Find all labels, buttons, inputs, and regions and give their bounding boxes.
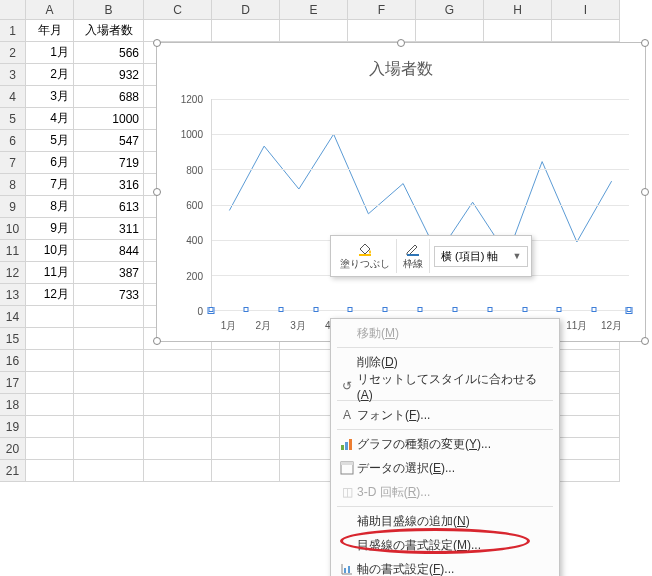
cell[interactable] bbox=[26, 372, 74, 394]
menu-add-minor-gridlines[interactable]: 補助目盛線の追加(N) bbox=[331, 509, 559, 533]
cell[interactable]: 566 bbox=[74, 42, 144, 64]
cell[interactable]: 9月 bbox=[26, 218, 74, 240]
outline-button[interactable]: 枠線 bbox=[397, 239, 430, 273]
cell[interactable] bbox=[26, 416, 74, 438]
cell[interactable] bbox=[552, 394, 620, 416]
menu-format-axis[interactable]: 軸の書式設定(F)... bbox=[331, 557, 559, 576]
cell[interactable] bbox=[74, 460, 144, 482]
cell[interactable]: 11月 bbox=[26, 262, 74, 284]
cell[interactable]: 311 bbox=[74, 218, 144, 240]
cell[interactable]: 2月 bbox=[26, 64, 74, 86]
cell[interactable] bbox=[212, 460, 280, 482]
row-header-16[interactable]: 16 bbox=[0, 350, 26, 372]
chart-title[interactable]: 入場者数 bbox=[157, 43, 645, 88]
cell[interactable] bbox=[74, 306, 144, 328]
row-header-5[interactable]: 5 bbox=[0, 108, 26, 130]
cell[interactable] bbox=[26, 306, 74, 328]
cell[interactable] bbox=[552, 438, 620, 460]
cell[interactable] bbox=[552, 350, 620, 372]
row-header-18[interactable]: 18 bbox=[0, 394, 26, 416]
cell[interactable]: 316 bbox=[74, 174, 144, 196]
cell[interactable] bbox=[212, 20, 280, 42]
cell[interactable]: 6月 bbox=[26, 152, 74, 174]
col-header-I[interactable]: I bbox=[552, 0, 620, 20]
row-header-11[interactable]: 11 bbox=[0, 240, 26, 262]
cell[interactable] bbox=[74, 438, 144, 460]
embedded-chart[interactable]: 入場者数 020040060080010001200 1月2月3月4月5月6月7… bbox=[156, 42, 646, 342]
cell[interactable] bbox=[348, 20, 416, 42]
cell[interactable] bbox=[144, 416, 212, 438]
menu-font[interactable]: Aフォント(F)... bbox=[331, 403, 559, 427]
cell[interactable]: 年月 bbox=[26, 20, 74, 42]
row-header-19[interactable]: 19 bbox=[0, 416, 26, 438]
cell[interactable] bbox=[484, 20, 552, 42]
cell[interactable] bbox=[280, 20, 348, 42]
col-header-E[interactable]: E bbox=[280, 0, 348, 20]
cell[interactable]: 844 bbox=[74, 240, 144, 262]
chart-plot-area[interactable] bbox=[211, 99, 629, 311]
col-header-F[interactable]: F bbox=[348, 0, 416, 20]
cell[interactable] bbox=[26, 438, 74, 460]
cell[interactable] bbox=[212, 394, 280, 416]
cell[interactable]: 387 bbox=[74, 262, 144, 284]
cell[interactable] bbox=[144, 394, 212, 416]
fill-button[interactable]: 塗りつぶし bbox=[334, 239, 397, 273]
cell[interactable]: 3月 bbox=[26, 86, 74, 108]
row-header-4[interactable]: 4 bbox=[0, 86, 26, 108]
row-header-12[interactable]: 12 bbox=[0, 262, 26, 284]
cell[interactable] bbox=[26, 350, 74, 372]
row-header-6[interactable]: 6 bbox=[0, 130, 26, 152]
cell[interactable]: 1000 bbox=[74, 108, 144, 130]
row-header-15[interactable]: 15 bbox=[0, 328, 26, 350]
row-header-21[interactable]: 21 bbox=[0, 460, 26, 482]
cell[interactable]: 8月 bbox=[26, 196, 74, 218]
cell[interactable] bbox=[74, 416, 144, 438]
cell[interactable] bbox=[552, 372, 620, 394]
row-header-10[interactable]: 10 bbox=[0, 218, 26, 240]
cell[interactable]: 688 bbox=[74, 86, 144, 108]
cell[interactable] bbox=[74, 328, 144, 350]
cell[interactable] bbox=[74, 372, 144, 394]
select-all-cell[interactable] bbox=[0, 0, 26, 20]
cell[interactable]: 547 bbox=[74, 130, 144, 152]
cell[interactable] bbox=[552, 20, 620, 42]
col-header-H[interactable]: H bbox=[484, 0, 552, 20]
cell[interactable] bbox=[552, 416, 620, 438]
menu-select-data[interactable]: データの選択(E)... bbox=[331, 456, 559, 480]
menu-format-gridlines[interactable]: 目盛線の書式設定(M)... bbox=[331, 533, 559, 557]
cell[interactable]: 1月 bbox=[26, 42, 74, 64]
cell[interactable] bbox=[212, 350, 280, 372]
chart-element-selector[interactable]: 横 (項目) 軸 ▼ bbox=[434, 246, 528, 267]
cell[interactable] bbox=[552, 460, 620, 482]
menu-change-chart-type[interactable]: グラフの種類の変更(Y)... bbox=[331, 432, 559, 456]
cell[interactable] bbox=[212, 416, 280, 438]
row-header-17[interactable]: 17 bbox=[0, 372, 26, 394]
cell[interactable]: 733 bbox=[74, 284, 144, 306]
cell[interactable] bbox=[26, 328, 74, 350]
row-header-9[interactable]: 9 bbox=[0, 196, 26, 218]
cell[interactable] bbox=[26, 460, 74, 482]
cell[interactable] bbox=[144, 438, 212, 460]
cell[interactable] bbox=[74, 394, 144, 416]
cell[interactable] bbox=[74, 350, 144, 372]
row-header-13[interactable]: 13 bbox=[0, 284, 26, 306]
cell[interactable] bbox=[144, 460, 212, 482]
col-header-A[interactable]: A bbox=[26, 0, 74, 20]
cell[interactable]: 入場者数 bbox=[74, 20, 144, 42]
cell[interactable]: 10月 bbox=[26, 240, 74, 262]
row-header-3[interactable]: 3 bbox=[0, 64, 26, 86]
row-header-20[interactable]: 20 bbox=[0, 438, 26, 460]
cell[interactable] bbox=[212, 372, 280, 394]
cell[interactable]: 5月 bbox=[26, 130, 74, 152]
cell[interactable]: 613 bbox=[74, 196, 144, 218]
cell[interactable] bbox=[144, 372, 212, 394]
col-header-C[interactable]: C bbox=[144, 0, 212, 20]
cell[interactable]: 12月 bbox=[26, 284, 74, 306]
menu-reset-style[interactable]: ↺リセットしてスタイルに合わせる(A) bbox=[331, 374, 559, 398]
col-header-D[interactable]: D bbox=[212, 0, 280, 20]
cell[interactable] bbox=[212, 438, 280, 460]
row-header-14[interactable]: 14 bbox=[0, 306, 26, 328]
cell[interactable] bbox=[416, 20, 484, 42]
col-header-G[interactable]: G bbox=[416, 0, 484, 20]
chart-y-axis[interactable]: 020040060080010001200 bbox=[177, 99, 207, 311]
